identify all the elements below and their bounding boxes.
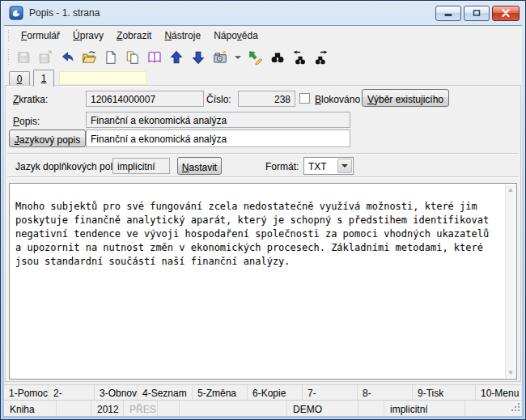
jazykovy-popis-button[interactable]: Jazykový popis	[9, 129, 86, 147]
minimize-button[interactable]	[435, 6, 461, 21]
status-cell	[158, 401, 180, 416]
copy-icon[interactable]	[124, 49, 142, 66]
separator	[7, 153, 519, 155]
zkratka-label: Zkratka:	[13, 94, 48, 105]
status-year: 2012	[91, 401, 124, 416]
status-pres: PŘES	[124, 401, 158, 416]
fkey-2[interactable]: 2-	[49, 385, 95, 400]
status-cell	[57, 401, 91, 416]
restore-icon	[472, 9, 481, 17]
fkey-3-obnov[interactable]: 3-Obnov	[95, 385, 138, 400]
window-controls	[435, 6, 520, 21]
vyber-existujiciho-button[interactable]: Výběr existujicího	[362, 89, 449, 107]
fkey-8[interactable]: 8-	[358, 385, 413, 400]
zkratka-field[interactable]: 120614000007	[86, 91, 204, 107]
function-key-bar: 1-Pomoc 2- 3-Obnov 4-Seznam 5-Změna 6-Ko…	[4, 384, 522, 400]
close-button[interactable]	[492, 6, 520, 21]
jazyk-field[interactable]: implicitní	[112, 158, 170, 174]
menu-formular[interactable]: Formulář	[15, 27, 66, 45]
jazykovy-popis-field[interactable]: Finanční a ekonomická analýza	[86, 129, 350, 147]
edit-export-icon[interactable]	[247, 49, 265, 66]
blokovano-checkbox[interactable]	[299, 93, 310, 104]
menu-upravy[interactable]: Úpravy	[66, 27, 110, 45]
scroll-up-icon[interactable]: ▲	[506, 185, 515, 195]
combo-dropdown-button[interactable]	[337, 159, 352, 173]
vertical-scrollbar[interactable]: ▲ ▼	[505, 185, 515, 378]
app-icon[interactable]	[9, 6, 23, 20]
nastavit-button[interactable]: Nastavit	[177, 157, 222, 175]
status-kniha: Kniha	[4, 401, 57, 416]
move-up-icon[interactable]	[168, 49, 185, 66]
app-window: Popis - 1. strana Formulář Úpravy Zobraz…	[0, 0, 526, 420]
book-icon[interactable]	[146, 49, 163, 66]
toolbar-gripper[interactable]	[7, 49, 10, 66]
description-editor[interactable]: Mnoho subjektů pro své fungování zcela n…	[9, 183, 517, 380]
fkey-9-tisk[interactable]: 9-Tisk	[413, 385, 476, 400]
save-icon[interactable]	[15, 49, 32, 66]
find-icon[interactable]	[269, 49, 286, 66]
menu-bar: Formulář Úpravy Zobrazit Nástroje Nápově…	[4, 26, 522, 45]
snapshot-dropdown-icon[interactable]	[235, 56, 241, 59]
jazyk-doplnkovych-poli-label: Jazyk doplňkových polí:	[15, 161, 118, 172]
tab-strip: 0 1	[7, 70, 519, 86]
format-value: TXT	[304, 158, 337, 174]
blokovano-label: Blokováno	[315, 94, 360, 105]
fkey-7[interactable]: 7-	[303, 385, 358, 400]
find-next-icon[interactable]	[312, 49, 330, 66]
format-label: Formát:	[265, 161, 299, 172]
note-field[interactable]	[59, 71, 146, 85]
menu-gripper[interactable]	[7, 29, 10, 42]
status-demo: DEMO	[287, 401, 358, 416]
cislo-label: Číslo:	[206, 94, 231, 105]
minimize-icon	[443, 9, 453, 17]
client-area: Formulář Úpravy Zobrazit Nástroje Nápově…	[4, 25, 522, 416]
find-previous-icon[interactable]	[291, 49, 308, 66]
status-implicitni: implicitní	[384, 401, 465, 416]
tab-0[interactable]: 0	[9, 71, 30, 86]
menu-nastroje[interactable]: Nástroje	[158, 27, 207, 45]
fkey-10-menu[interactable]: 10-Menu	[476, 385, 522, 400]
menu-zobrazit[interactable]: Zobrazit	[110, 27, 158, 45]
resize-grip-icon[interactable]	[511, 403, 520, 414]
format-combobox[interactable]: TXT	[303, 157, 354, 175]
status-bar: Kniha 2012 PŘES DEMO implicitní	[4, 400, 522, 416]
cislo-field[interactable]: 238	[238, 91, 295, 107]
close-icon	[501, 9, 511, 17]
save-as-icon[interactable]	[36, 49, 54, 66]
scroll-down-icon[interactable]: ▼	[506, 367, 515, 378]
description-text: Mnoho subjektů pro své fungování zcela n…	[15, 186, 500, 376]
fkey-1-pomoc[interactable]: 1-Pomoc	[4, 385, 49, 400]
tab-1[interactable]: 1	[33, 70, 54, 87]
menu-napoveda[interactable]: Nápověda	[207, 27, 265, 45]
fkey-4-seznam[interactable]: 4-Seznam	[138, 385, 193, 400]
titlebar: Popis - 1. strana	[1, 1, 525, 25]
snapshot-icon[interactable]	[211, 49, 229, 66]
status-cell	[180, 401, 287, 416]
move-down-icon[interactable]	[189, 49, 207, 66]
separator	[7, 176, 519, 178]
new-icon[interactable]	[102, 49, 120, 66]
chevron-down-icon	[341, 164, 348, 168]
window-title: Popis - 1. strana	[29, 7, 435, 19]
open-icon[interactable]	[80, 49, 98, 66]
restore-button[interactable]	[464, 6, 490, 21]
popis-field[interactable]: Finanční a ekonomická analýza	[86, 112, 350, 128]
fkey-5-zmena[interactable]: 5-Změna	[193, 385, 248, 400]
popis-label: Popis:	[13, 116, 40, 127]
status-cell	[358, 401, 384, 416]
fkey-6-kopie[interactable]: 6-Kopie	[248, 385, 303, 400]
toolbar	[4, 45, 522, 69]
tab-page: Zkratka: 120614000007 Číslo: 238 Bloková…	[5, 85, 521, 382]
undo-icon[interactable]	[58, 49, 76, 66]
